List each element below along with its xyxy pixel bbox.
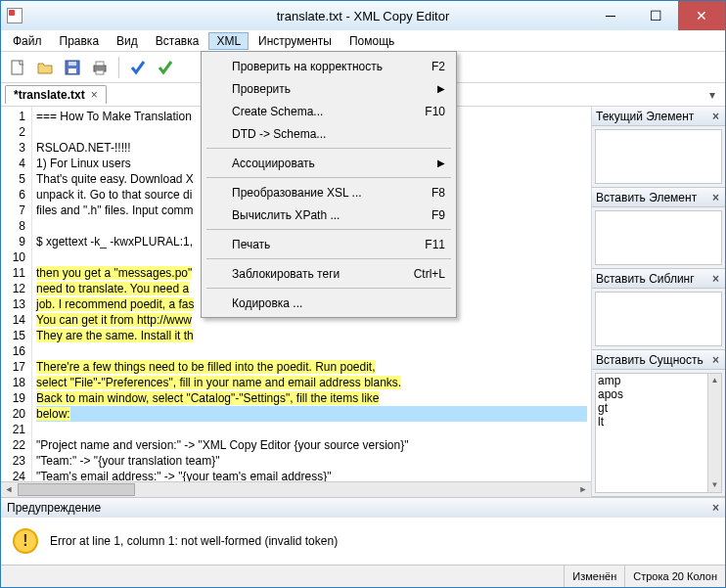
- entity-item[interactable]: amp: [598, 374, 719, 387]
- code-line[interactable]: There're a few things need to be filled …: [36, 359, 587, 375]
- menu-item[interactable]: Create Schema...F10: [204, 100, 453, 122]
- warning-panel: Предупреждение× ! Error at line 1, colum…: [1, 497, 725, 565]
- panel-body[interactable]: [595, 210, 722, 265]
- menu-separator: [206, 148, 451, 149]
- svg-rect-0: [12, 61, 23, 74]
- new-file-button[interactable]: [7, 57, 28, 78]
- tab-label: *translate.txt: [14, 88, 85, 102]
- code-line[interactable]: [36, 343, 587, 359]
- scroll-thumb[interactable]: [18, 483, 135, 496]
- menu-вид[interactable]: Вид: [109, 32, 146, 50]
- menu-item[interactable]: Вычислить XPath ...F9: [204, 204, 453, 226]
- entity-item[interactable]: apos: [598, 387, 719, 401]
- minimize-button[interactable]: ─: [588, 1, 633, 30]
- close-button[interactable]: ✕: [678, 1, 725, 30]
- menu-item-label: Ассоциировать: [232, 157, 315, 170]
- menu-separator: [206, 258, 451, 259]
- code-line[interactable]: select "File"-"Preferences", fill in you…: [36, 375, 587, 390]
- menu-item-label: Кодировка ...: [232, 296, 302, 310]
- menu-item-label: DTD -> Schema...: [232, 127, 326, 141]
- menu-item-label: Вычислить XPath ...: [232, 208, 340, 222]
- menu-item-label: Преобразование XSL ...: [232, 186, 362, 200]
- xml-menu-dropdown: Проверить на корректностьF2Проверить▶Cre…: [201, 51, 457, 318]
- menu-item[interactable]: DTD -> Schema...: [204, 122, 453, 145]
- menu-shortcut: F9: [431, 208, 445, 222]
- tab-translate[interactable]: *translate.txt ×: [5, 85, 107, 104]
- entity-list[interactable]: ampaposgtlt: [595, 373, 722, 493]
- menu-помощь[interactable]: Помощь: [341, 32, 402, 50]
- menu-item[interactable]: ПечатьF11: [204, 233, 453, 255]
- panel-current-element: Текущий Элемент×: [592, 107, 725, 188]
- code-line[interactable]: "Team:" -> "{your translation team}": [36, 453, 587, 469]
- print-button[interactable]: [89, 57, 111, 78]
- code-line[interactable]: "Team's email address:" -> "{your team's…: [36, 469, 587, 481]
- check-green-button[interactable]: [155, 57, 176, 78]
- panel-scrollbar[interactable]: [707, 374, 721, 492]
- menu-item[interactable]: Заблокировать тегиCtrl+L: [204, 262, 453, 285]
- code-line[interactable]: below:: [36, 406, 587, 422]
- panel-close-icon[interactable]: ×: [710, 110, 721, 123]
- menu-separator: [206, 229, 451, 230]
- tab-overflow-button[interactable]: ▾: [709, 88, 715, 102]
- menu-shortcut: F11: [425, 238, 445, 251]
- menubar: ФайлПравкаВидВставкаXMLИнструментыПомощь: [1, 30, 725, 52]
- panel-insert-element: Вставить Элемент×: [592, 188, 725, 269]
- warning-message: Error at line 1, column 1: not well-form…: [50, 534, 338, 548]
- panel-close-icon[interactable]: ×: [710, 353, 721, 367]
- code-line[interactable]: [36, 422, 587, 437]
- app-icon: [7, 8, 23, 23]
- menu-shortcut: F8: [431, 186, 445, 200]
- check-blue-button[interactable]: [127, 57, 149, 78]
- line-gutter: 1234567891011121314151617181920212223242…: [1, 107, 32, 481]
- panel-title: Вставить Сиблинг: [596, 272, 695, 286]
- menu-файл[interactable]: Файл: [5, 32, 50, 50]
- menu-item-label: Проверить на корректность: [232, 60, 383, 73]
- app-window: translate.txt - XML Copy Editor ─ ☐ ✕ Фа…: [0, 0, 726, 588]
- menu-separator: [206, 288, 451, 289]
- svg-rect-5: [96, 62, 104, 66]
- entity-item[interactable]: lt: [598, 415, 719, 429]
- svg-rect-3: [68, 62, 76, 66]
- menu-инструменты[interactable]: Инструменты: [250, 32, 340, 50]
- menu-item[interactable]: Кодировка ...: [204, 292, 453, 314]
- warning-icon: !: [13, 528, 38, 554]
- code-line[interactable]: They are the same. Install it th: [36, 328, 587, 343]
- panel-close-icon[interactable]: ×: [710, 272, 721, 286]
- statusbar: Изменён Строка 20 Колон: [1, 565, 725, 587]
- toolbar-separator: [118, 57, 119, 78]
- entity-item[interactable]: gt: [598, 401, 719, 415]
- menu-правка[interactable]: Правка: [52, 32, 108, 50]
- menu-item-label: Печать: [232, 238, 270, 251]
- code-line[interactable]: Back to main window, select "Catalog"-"S…: [36, 390, 587, 406]
- scroll-right-icon[interactable]: ►: [575, 482, 591, 497]
- panel-title: Вставить Сущность: [596, 353, 703, 367]
- tab-close-icon[interactable]: ×: [91, 88, 98, 102]
- warning-close-icon[interactable]: ×: [712, 501, 719, 515]
- submenu-arrow-icon: ▶: [437, 158, 445, 168]
- sidebar: Текущий Элемент× Вставить Элемент× Встав…: [592, 107, 725, 497]
- menu-item[interactable]: Ассоциировать▶: [204, 152, 453, 174]
- open-file-button[interactable]: [34, 57, 56, 78]
- svg-rect-6: [96, 70, 104, 74]
- panel-close-icon[interactable]: ×: [710, 191, 721, 204]
- menu-item[interactable]: Проверить на корректностьF2: [204, 55, 453, 77]
- menu-shortcut: F10: [425, 105, 445, 118]
- menu-вставка[interactable]: Вставка: [148, 32, 207, 50]
- save-file-button[interactable]: [62, 57, 83, 78]
- svg-rect-2: [68, 68, 76, 73]
- panel-body[interactable]: [595, 129, 722, 184]
- menu-item-label: Заблокировать теги: [232, 267, 340, 281]
- maximize-button[interactable]: ☐: [633, 1, 678, 30]
- window-title: translate.txt - XML Copy Editor: [277, 9, 450, 23]
- panel-insert-sibling: Вставить Сиблинг×: [592, 269, 725, 350]
- menu-xml[interactable]: XML: [208, 32, 249, 50]
- status-modified: Изменён: [564, 565, 624, 587]
- panel-body[interactable]: [595, 292, 722, 346]
- horizontal-scrollbar[interactable]: ◄ ►: [1, 481, 591, 497]
- menu-item[interactable]: Проверить▶: [204, 77, 453, 100]
- menu-item-label: Create Schema...: [232, 105, 323, 118]
- panel-title: Текущий Элемент: [596, 110, 694, 123]
- code-line[interactable]: "Project name and version:" -> "XML Copy…: [36, 437, 587, 453]
- scroll-left-icon[interactable]: ◄: [1, 482, 17, 497]
- menu-item[interactable]: Преобразование XSL ...F8: [204, 181, 453, 204]
